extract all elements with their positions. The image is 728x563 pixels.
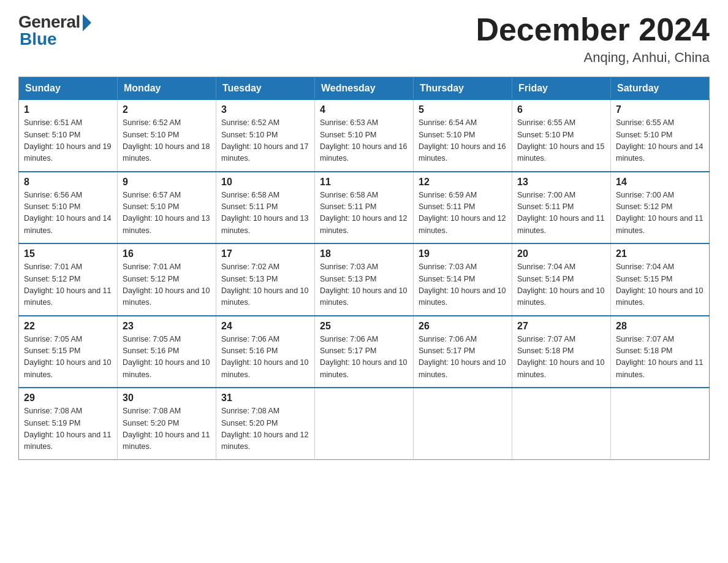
day-number: 9 — [123, 177, 211, 188]
day-number: 26 — [419, 321, 507, 332]
day-info: Sunrise: 6:52 AMSunset: 5:10 PMDaylight:… — [221, 117, 309, 165]
day-info: Sunrise: 6:54 AMSunset: 5:10 PMDaylight:… — [419, 117, 507, 165]
logo-blue-text: Blue — [20, 29, 57, 49]
calendar-cell — [512, 388, 611, 459]
calendar-table: SundayMondayTuesdayWednesdayThursdayFrid… — [18, 77, 710, 460]
day-info: Sunrise: 6:58 AMSunset: 5:11 PMDaylight:… — [320, 190, 408, 237]
calendar-cell: 25Sunrise: 7:06 AMSunset: 5:17 PMDayligh… — [315, 316, 414, 388]
weekday-header-sunday: Sunday — [19, 77, 118, 100]
calendar-cell: 2Sunrise: 6:52 AMSunset: 5:10 PMDaylight… — [118, 99, 216, 172]
day-info: Sunrise: 7:02 AMSunset: 5:13 PMDaylight:… — [221, 261, 309, 309]
calendar-cell: 12Sunrise: 6:59 AMSunset: 5:11 PMDayligh… — [414, 172, 512, 244]
day-number: 8 — [24, 177, 112, 188]
day-number: 10 — [221, 177, 309, 188]
calendar-cell: 27Sunrise: 7:07 AMSunset: 5:18 PMDayligh… — [512, 316, 611, 388]
calendar-cell: 5Sunrise: 6:54 AMSunset: 5:10 PMDaylight… — [414, 99, 512, 172]
day-info: Sunrise: 7:07 AMSunset: 5:18 PMDaylight:… — [616, 334, 704, 381]
day-info: Sunrise: 6:55 AMSunset: 5:10 PMDaylight:… — [517, 117, 605, 165]
day-info: Sunrise: 7:01 AMSunset: 5:12 PMDaylight:… — [24, 261, 112, 309]
calendar-cell: 21Sunrise: 7:04 AMSunset: 5:15 PMDayligh… — [611, 243, 710, 316]
day-number: 19 — [419, 248, 507, 259]
day-info: Sunrise: 6:51 AMSunset: 5:10 PMDaylight:… — [24, 117, 112, 165]
calendar-cell: 19Sunrise: 7:03 AMSunset: 5:14 PMDayligh… — [414, 243, 512, 316]
day-number: 1 — [24, 104, 112, 115]
day-number: 14 — [616, 177, 704, 188]
day-info: Sunrise: 7:00 AMSunset: 5:12 PMDaylight:… — [616, 190, 704, 237]
day-info: Sunrise: 7:04 AMSunset: 5:15 PMDaylight:… — [616, 261, 704, 309]
day-info: Sunrise: 7:01 AMSunset: 5:12 PMDaylight:… — [123, 261, 211, 309]
day-info: Sunrise: 6:59 AMSunset: 5:11 PMDaylight:… — [419, 190, 507, 237]
calendar-cell: 28Sunrise: 7:07 AMSunset: 5:18 PMDayligh… — [611, 316, 710, 388]
day-number: 31 — [221, 393, 309, 404]
calendar-cell: 7Sunrise: 6:55 AMSunset: 5:10 PMDaylight… — [611, 99, 710, 172]
calendar-cell: 14Sunrise: 7:00 AMSunset: 5:12 PMDayligh… — [611, 172, 710, 244]
day-number: 5 — [419, 104, 507, 115]
calendar-cell: 4Sunrise: 6:53 AMSunset: 5:10 PMDaylight… — [315, 99, 414, 172]
calendar-cell: 22Sunrise: 7:05 AMSunset: 5:15 PMDayligh… — [19, 316, 118, 388]
calendar-cell: 17Sunrise: 7:02 AMSunset: 5:13 PMDayligh… — [216, 243, 315, 316]
day-number: 21 — [616, 248, 704, 259]
day-number: 3 — [221, 104, 309, 115]
day-number: 4 — [320, 104, 408, 115]
month-year-title: December 2024 — [476, 12, 710, 47]
day-info: Sunrise: 7:03 AMSunset: 5:14 PMDaylight:… — [419, 261, 507, 309]
calendar-cell: 6Sunrise: 6:55 AMSunset: 5:10 PMDaylight… — [512, 99, 611, 172]
day-number: 11 — [320, 177, 408, 188]
day-number: 6 — [517, 104, 605, 115]
day-number: 13 — [517, 177, 605, 188]
day-info: Sunrise: 7:08 AMSunset: 5:20 PMDaylight:… — [221, 405, 309, 453]
day-number: 30 — [123, 393, 211, 404]
day-info: Sunrise: 7:04 AMSunset: 5:14 PMDaylight:… — [517, 261, 605, 309]
calendar-week-row: 15Sunrise: 7:01 AMSunset: 5:12 PMDayligh… — [19, 243, 710, 316]
calendar-week-row: 8Sunrise: 6:56 AMSunset: 5:10 PMDaylight… — [19, 172, 710, 244]
day-number: 23 — [123, 321, 211, 332]
calendar-cell: 23Sunrise: 7:05 AMSunset: 5:16 PMDayligh… — [118, 316, 216, 388]
day-info: Sunrise: 6:53 AMSunset: 5:10 PMDaylight:… — [320, 117, 408, 165]
calendar-cell: 3Sunrise: 6:52 AMSunset: 5:10 PMDaylight… — [216, 99, 315, 172]
title-block: December 2024 Anqing, Anhui, China — [476, 12, 710, 66]
day-info: Sunrise: 7:05 AMSunset: 5:16 PMDaylight:… — [123, 334, 211, 381]
day-number: 25 — [320, 321, 408, 332]
logo: General Blue — [18, 12, 91, 49]
calendar-cell: 30Sunrise: 7:08 AMSunset: 5:20 PMDayligh… — [118, 388, 216, 459]
day-info: Sunrise: 6:58 AMSunset: 5:11 PMDaylight:… — [221, 190, 309, 237]
day-info: Sunrise: 7:08 AMSunset: 5:20 PMDaylight:… — [123, 405, 211, 453]
calendar-cell — [315, 388, 414, 459]
calendar-cell: 8Sunrise: 6:56 AMSunset: 5:10 PMDaylight… — [19, 172, 118, 244]
day-number: 15 — [24, 248, 112, 259]
calendar-week-row: 29Sunrise: 7:08 AMSunset: 5:19 PMDayligh… — [19, 388, 710, 459]
calendar-week-row: 22Sunrise: 7:05 AMSunset: 5:15 PMDayligh… — [19, 316, 710, 388]
calendar-cell: 11Sunrise: 6:58 AMSunset: 5:11 PMDayligh… — [315, 172, 414, 244]
weekday-header-monday: Monday — [118, 77, 216, 100]
day-info: Sunrise: 7:06 AMSunset: 5:17 PMDaylight:… — [320, 334, 408, 381]
calendar-cell: 1Sunrise: 6:51 AMSunset: 5:10 PMDaylight… — [19, 99, 118, 172]
day-info: Sunrise: 7:06 AMSunset: 5:17 PMDaylight:… — [419, 334, 507, 381]
weekday-header-thursday: Thursday — [414, 77, 512, 100]
calendar-cell: 15Sunrise: 7:01 AMSunset: 5:12 PMDayligh… — [19, 243, 118, 316]
day-number: 29 — [24, 393, 112, 404]
weekday-header-row: SundayMondayTuesdayWednesdayThursdayFrid… — [19, 77, 710, 100]
calendar-cell — [414, 388, 512, 459]
calendar-cell: 9Sunrise: 6:57 AMSunset: 5:10 PMDaylight… — [118, 172, 216, 244]
weekday-header-wednesday: Wednesday — [315, 77, 414, 100]
weekday-header-tuesday: Tuesday — [216, 77, 315, 100]
day-number: 18 — [320, 248, 408, 259]
calendar-cell: 31Sunrise: 7:08 AMSunset: 5:20 PMDayligh… — [216, 388, 315, 459]
logo-arrow-icon — [83, 14, 91, 31]
day-info: Sunrise: 7:03 AMSunset: 5:13 PMDaylight:… — [320, 261, 408, 309]
day-info: Sunrise: 7:07 AMSunset: 5:18 PMDaylight:… — [517, 334, 605, 381]
calendar-cell: 13Sunrise: 7:00 AMSunset: 5:11 PMDayligh… — [512, 172, 611, 244]
weekday-header-saturday: Saturday — [611, 77, 710, 100]
day-number: 22 — [24, 321, 112, 332]
calendar-cell: 20Sunrise: 7:04 AMSunset: 5:14 PMDayligh… — [512, 243, 611, 316]
calendar-cell: 24Sunrise: 7:06 AMSunset: 5:16 PMDayligh… — [216, 316, 315, 388]
day-number: 20 — [517, 248, 605, 259]
calendar-cell: 10Sunrise: 6:58 AMSunset: 5:11 PMDayligh… — [216, 172, 315, 244]
calendar-week-row: 1Sunrise: 6:51 AMSunset: 5:10 PMDaylight… — [19, 99, 710, 172]
calendar-cell: 16Sunrise: 7:01 AMSunset: 5:12 PMDayligh… — [118, 243, 216, 316]
location-subtitle: Anqing, Anhui, China — [476, 50, 710, 66]
day-info: Sunrise: 7:08 AMSunset: 5:19 PMDaylight:… — [24, 405, 112, 453]
day-number: 24 — [221, 321, 309, 332]
calendar-cell: 18Sunrise: 7:03 AMSunset: 5:13 PMDayligh… — [315, 243, 414, 316]
calendar-cell: 29Sunrise: 7:08 AMSunset: 5:19 PMDayligh… — [19, 388, 118, 459]
